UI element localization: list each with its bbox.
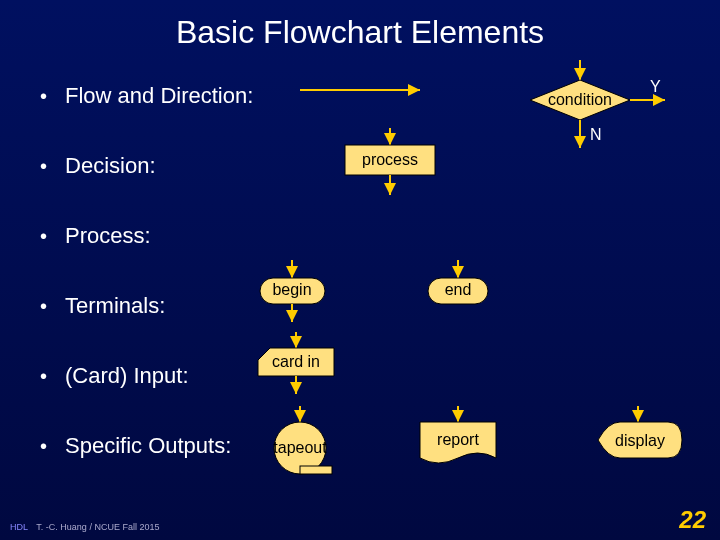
item-specific-outputs: Specific Outputs: <box>65 433 231 459</box>
footer-credit: T. -C. Huang / NCUE Fall 2015 <box>36 522 159 532</box>
footer-hdl: HDL <box>10 522 28 532</box>
svg-rect-25 <box>300 466 332 474</box>
page-number: 22 <box>679 506 706 534</box>
item-terminals: Terminals: <box>65 293 165 319</box>
slide-title: Basic Flowchart Elements <box>0 0 720 51</box>
item-card-input: (Card) Input: <box>65 363 189 389</box>
bullet-list: •Flow and Direction: •Decision: •Process… <box>0 51 720 467</box>
item-process: Process: <box>65 223 151 249</box>
item-decision: Decision: <box>65 153 155 179</box>
footer: HDL T. -C. Huang / NCUE Fall 2015 <box>10 522 159 532</box>
item-flow-direction: Flow and Direction: <box>65 83 253 109</box>
